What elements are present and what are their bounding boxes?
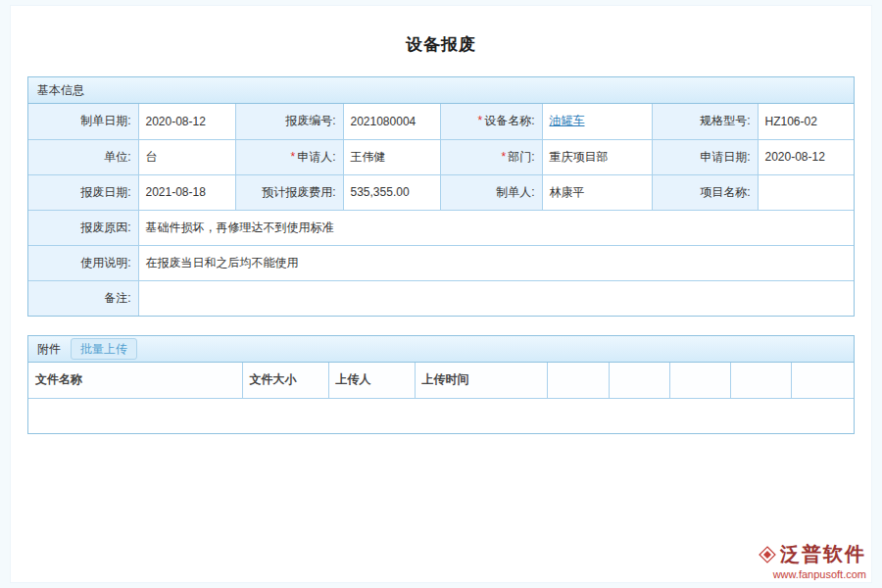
scrap-reason-label-text: 报废原因: bbox=[80, 220, 130, 234]
col-empty-4 bbox=[730, 363, 791, 398]
project-name-value bbox=[758, 174, 854, 210]
applicant-label: *申请人: bbox=[235, 139, 343, 174]
apply-date-value: 2020-08-12 bbox=[758, 139, 854, 174]
scrap-no-label-text: 报废编号: bbox=[285, 114, 335, 127]
col-empty-2 bbox=[609, 363, 669, 398]
basic-info-row-3: 报废日期: 2021-08-18 预计报废费用: 535,355.00 制单人:… bbox=[28, 174, 854, 210]
spec-model-label-text: 规格型号: bbox=[700, 114, 750, 127]
page-title: 设备报废 bbox=[0, 33, 882, 56]
basic-info-section-header: 基本信息 bbox=[28, 77, 854, 104]
unit-value: 台 bbox=[138, 139, 235, 174]
col-uploader: 上传人 bbox=[328, 363, 415, 398]
usage-note-label: 使用说明: bbox=[28, 245, 138, 280]
required-mark: * bbox=[501, 150, 506, 164]
basic-info-row-2: 单位: 台 *申请人: 王伟健 *部门: 重庆项目部 申请日期: 2020-08… bbox=[28, 139, 854, 174]
remark-value bbox=[138, 280, 854, 316]
device-name-link[interactable]: 油罐车 bbox=[550, 114, 585, 127]
batch-upload-button[interactable]: 批量上传 bbox=[71, 338, 137, 360]
col-empty-3 bbox=[669, 363, 730, 398]
department-label-text: 部门: bbox=[508, 150, 534, 164]
brand-row: 泛普软件 bbox=[759, 541, 866, 567]
usage-note-value: 在报废当日和之后均不能使用 bbox=[138, 245, 854, 280]
usage-note-label-text: 使用说明: bbox=[80, 256, 130, 270]
basic-info-row-usage-note: 使用说明: 在报废当日和之后均不能使用 bbox=[28, 245, 854, 280]
attachments-section-title: 附件 bbox=[37, 341, 61, 358]
maker-label-text: 制单人: bbox=[496, 185, 534, 199]
attachments-table: 文件名称 文件大小 上传人 上传时间 bbox=[28, 363, 854, 433]
basic-info-table: 制单日期: 2020-08-12 报废编号: 2021080004 *设备名称:… bbox=[28, 104, 854, 316]
spec-model-label: 规格型号: bbox=[652, 104, 758, 139]
basic-info-panel: 基本信息 制单日期: 2020-08-12 报废编号: 2021080004 *… bbox=[27, 76, 855, 317]
applicant-value: 王伟健 bbox=[343, 139, 440, 174]
basic-info-row-scrap-reason: 报废原因: 基础件损坏，再修理达不到使用标准 bbox=[28, 210, 854, 245]
estimated-cost-label-text: 预计报废费用: bbox=[262, 185, 335, 199]
brand-footer: 泛普软件 www.fanpusoft.com bbox=[759, 541, 866, 580]
remark-label: 备注: bbox=[28, 280, 138, 316]
make-date-label-text: 制单日期: bbox=[80, 114, 130, 127]
brand-website: www.fanpusoft.com bbox=[759, 568, 866, 580]
make-date-value: 2020-08-12 bbox=[138, 104, 235, 139]
scrap-date-label: 报废日期: bbox=[28, 174, 138, 210]
scrap-no-value: 2021080004 bbox=[343, 104, 440, 139]
make-date-label: 制单日期: bbox=[28, 104, 138, 139]
scrap-date-label-text: 报废日期: bbox=[80, 185, 130, 199]
basic-info-row-1: 制单日期: 2020-08-12 报废编号: 2021080004 *设备名称:… bbox=[28, 104, 854, 139]
remark-label-text: 备注: bbox=[104, 291, 130, 305]
attachments-header-row: 文件名称 文件大小 上传人 上传时间 bbox=[28, 363, 854, 398]
attachments-section-header: 附件 批量上传 bbox=[28, 336, 854, 363]
maker-value: 林康平 bbox=[542, 174, 652, 210]
device-name-value: 油罐车 bbox=[542, 104, 652, 139]
attachments-empty-row bbox=[28, 398, 854, 433]
required-mark: * bbox=[290, 150, 295, 164]
spec-model-value: HZ106-02 bbox=[758, 104, 854, 139]
department-value: 重庆项目部 bbox=[542, 139, 652, 174]
estimated-cost-value: 535,355.00 bbox=[343, 174, 440, 210]
project-name-label-text: 项目名称: bbox=[700, 185, 750, 199]
basic-info-row-remark: 备注: bbox=[28, 280, 854, 316]
scrap-reason-label: 报废原因: bbox=[28, 210, 138, 245]
apply-date-label-text: 申请日期: bbox=[700, 150, 750, 164]
apply-date-label: 申请日期: bbox=[652, 139, 758, 174]
attachments-panel: 附件 批量上传 文件名称 文件大小 上传人 上传时间 bbox=[27, 335, 855, 434]
project-name-label: 项目名称: bbox=[652, 174, 758, 210]
estimated-cost-label: 预计报废费用: bbox=[235, 174, 343, 210]
unit-label-text: 单位: bbox=[104, 150, 130, 164]
department-label: *部门: bbox=[440, 139, 542, 174]
device-name-label: *设备名称: bbox=[440, 104, 542, 139]
maker-label: 制单人: bbox=[440, 174, 542, 210]
scrap-reason-value: 基础件损坏，再修理达不到使用标准 bbox=[138, 210, 854, 245]
brand-diamond-icon bbox=[759, 546, 776, 564]
col-file-size: 文件大小 bbox=[242, 363, 328, 398]
col-empty-1 bbox=[547, 363, 609, 398]
applicant-label-text: 申请人: bbox=[297, 150, 335, 164]
scrap-date-value: 2021-08-18 bbox=[138, 174, 235, 210]
attachments-empty-cell bbox=[28, 398, 854, 433]
required-mark: * bbox=[477, 114, 482, 127]
unit-label: 单位: bbox=[28, 139, 138, 174]
col-upload-time: 上传时间 bbox=[415, 363, 547, 398]
brand-name: 泛普软件 bbox=[780, 541, 866, 567]
col-empty-5 bbox=[791, 363, 854, 398]
scrap-no-label: 报废编号: bbox=[235, 104, 343, 139]
device-name-label-text: 设备名称: bbox=[484, 114, 534, 127]
col-file-name: 文件名称 bbox=[28, 363, 242, 398]
